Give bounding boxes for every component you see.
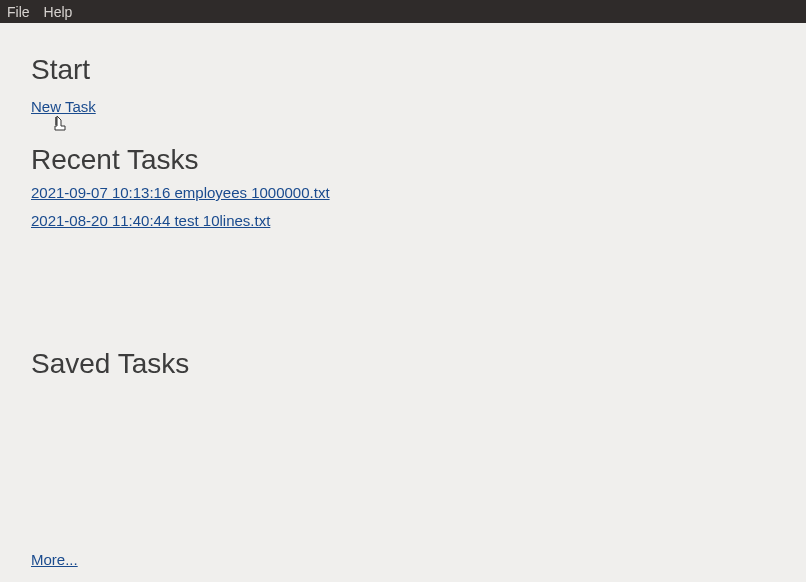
start-heading: Start bbox=[31, 54, 775, 86]
recent-tasks-heading: Recent Tasks bbox=[31, 144, 775, 176]
new-task-link[interactable]: New Task bbox=[31, 98, 96, 115]
menubar: File Help bbox=[0, 0, 806, 23]
recent-task-link[interactable]: 2021-09-07 10:13:16 employees 1000000.tx… bbox=[31, 184, 330, 201]
saved-tasks-heading: Saved Tasks bbox=[31, 348, 775, 380]
recent-task-link[interactable]: 2021-08-20 11:40:44 test 10lines.txt bbox=[31, 212, 270, 229]
more-link[interactable]: More... bbox=[31, 551, 78, 568]
menu-file[interactable]: File bbox=[7, 4, 30, 20]
main-content: Start New Task Recent Tasks 2021-09-07 1… bbox=[0, 23, 806, 380]
menu-help[interactable]: Help bbox=[44, 4, 73, 20]
